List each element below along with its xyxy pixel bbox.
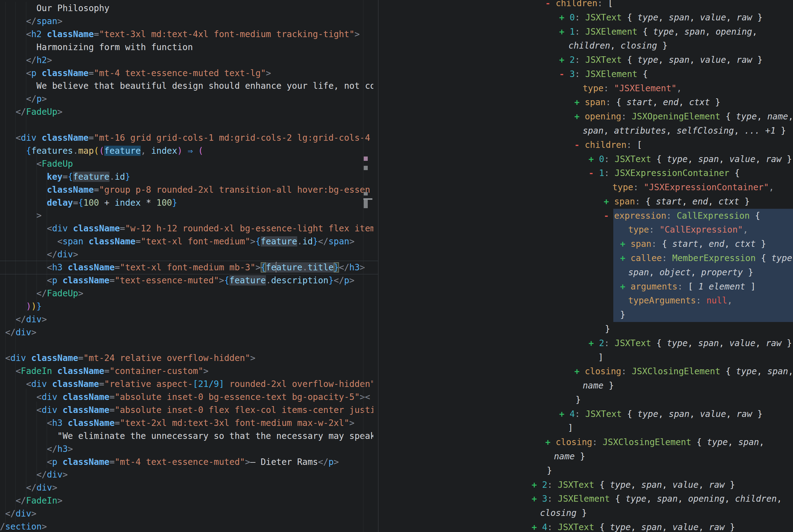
ast-node-line[interactable]: - expression: CallExpression {: [604, 209, 760, 223]
source-code-line[interactable]: <div className="absolute inset-0 bg-esse…: [0, 391, 373, 404]
source-code-line[interactable]: </p>: [0, 93, 373, 106]
source-code-line[interactable]: We believe that beautiful design should …: [0, 79, 373, 93]
source-code-line[interactable]: <p className="mt-4 text-essence-muted">—…: [0, 456, 373, 469]
expand-toggle-icon[interactable]: +: [559, 409, 570, 419]
collapse-toggle-icon[interactable]: -: [545, 0, 556, 8]
source-code-line[interactable]: </div>: [0, 326, 373, 339]
source-code-line[interactable]: </span>: [0, 15, 373, 28]
source-code-line[interactable]: </div>: [0, 481, 373, 494]
ast-node-line[interactable]: }: [620, 308, 625, 322]
ast-node-line[interactable]: + callee: MemberExpression { type,: [620, 251, 793, 265]
ast-node-line[interactable]: + span: { start, end, ctxt }: [574, 95, 720, 110]
source-code-line[interactable]: </FadeIn>: [0, 494, 373, 507]
ast-node-line[interactable]: span, object, property }: [628, 265, 753, 280]
ast-node-line[interactable]: + 2: JSXText { type, span, value, raw }: [559, 53, 763, 67]
ast-node-line[interactable]: + closing: JSXClosingElement { type, spa…: [574, 364, 793, 379]
source-code-line[interactable]: Harmonizing form with function: [0, 41, 373, 54]
ast-node-line[interactable]: + 2: JSXText { type, span, value, raw }: [588, 336, 792, 350]
expand-toggle-icon[interactable]: +: [620, 282, 631, 292]
source-code-line[interactable]: [0, 339, 373, 352]
collapse-toggle-icon[interactable]: -: [559, 69, 570, 79]
collapse-toggle-icon[interactable]: -: [604, 211, 614, 221]
ast-node-line[interactable]: children, closing }: [568, 39, 668, 53]
ast-node-line[interactable]: + 4: JSXText { type, span, value, raw }: [531, 520, 735, 532]
expand-toggle-icon[interactable]: +: [620, 253, 631, 263]
source-code-line[interactable]: <p className="mt-4 text-essence-muted te…: [0, 67, 373, 80]
source-code-line[interactable]: <h3 className="text-xl font-medium mb-3"…: [0, 261, 373, 274]
ast-tree-pane[interactable]: - children: [+ 0: JSXText { type, span, …: [379, 0, 793, 532]
expand-toggle-icon[interactable]: +: [588, 338, 599, 348]
source-code-line[interactable]: <div className="mt-16 grid grid-cols-1 m…: [0, 131, 373, 145]
ast-node-line[interactable]: span, attributes, selfClosing, ... +1 }: [583, 124, 786, 138]
source-code-line[interactable]: key={feature.id}: [0, 170, 373, 184]
ast-node-line[interactable]: name }: [554, 450, 585, 464]
source-code-line[interactable]: Our Philosophy: [0, 2, 373, 15]
ast-node-line[interactable]: + 0: JSXText { type, span, value, raw }: [559, 11, 763, 25]
source-code-line[interactable]: className="group p-8 rounded-2xl transit…: [0, 184, 373, 196]
source-code-line[interactable]: </section>: [0, 520, 373, 532]
source-code-line[interactable]: </FadeUp>: [0, 287, 373, 300]
ast-node-line[interactable]: }: [605, 322, 610, 336]
source-code-line[interactable]: "We eliminate the unnecessary so that th…: [0, 430, 373, 443]
source-code-line[interactable]: <h2 className="text-3xl md:text-4xl font…: [0, 28, 373, 41]
source-code-line[interactable]: <p className="text-essence-muted">{featu…: [0, 274, 373, 287]
collapse-toggle-icon[interactable]: -: [588, 168, 599, 178]
source-code-line[interactable]: <div className="relative aspect-[21/9] r…: [0, 378, 373, 391]
source-code-line[interactable]: >: [0, 209, 373, 222]
ast-node-line[interactable]: - 3: JSXElement {: [559, 67, 648, 81]
source-code-line[interactable]: <h3 className="text-2xl md:text-3xl font…: [0, 417, 373, 430]
ast-node-line[interactable]: }: [576, 393, 581, 407]
ast-node-line[interactable]: + 4: JSXText { type, span, value, raw }: [559, 407, 763, 421]
expand-toggle-icon[interactable]: +: [531, 480, 542, 490]
ast-node-line[interactable]: name }: [583, 379, 614, 393]
expand-toggle-icon[interactable]: +: [620, 239, 631, 249]
source-code-line[interactable]: </div>: [0, 468, 373, 481]
source-code-line[interactable]: <FadeIn className="container-custom">: [0, 365, 373, 378]
ast-node-line[interactable]: - children: [: [574, 138, 642, 152]
expand-toggle-icon[interactable]: +: [559, 12, 570, 23]
ast-node-line[interactable]: closing }: [540, 506, 587, 520]
ast-node-line[interactable]: ]: [598, 350, 603, 365]
ast-node-line[interactable]: + 2: JSXText { type, span, value, raw }: [531, 478, 735, 492]
ast-node-line[interactable]: - 1: JSXExpressionContainer {: [588, 166, 740, 180]
expand-toggle-icon[interactable]: +: [531, 494, 542, 504]
ast-node-line[interactable]: type: "JSXElement",: [583, 81, 682, 96]
expand-toggle-icon[interactable]: +: [559, 26, 570, 37]
ast-node-line[interactable]: + closing: JSXClosingElement { type, spa…: [545, 435, 764, 450]
expand-toggle-icon[interactable]: +: [545, 437, 556, 447]
ast-node-line[interactable]: + 0: JSXText { type, span, value, raw }: [588, 152, 792, 166]
source-code-line[interactable]: delay={100 + index * 100}: [0, 196, 373, 209]
source-code-line[interactable]: <div className="mt-24 relative overflow-…: [0, 352, 373, 365]
source-code-line[interactable]: </div>: [0, 248, 373, 261]
ast-node-line[interactable]: + opening: JSXOpeningElement { type, nam…: [574, 110, 793, 124]
source-code-line[interactable]: </div>: [0, 313, 373, 326]
expand-toggle-icon[interactable]: +: [559, 55, 570, 65]
ast-node-line[interactable]: + span: { start, end, ctxt }: [620, 237, 766, 251]
source-code-line[interactable]: </FadeUp>: [0, 106, 373, 118]
ast-node-line[interactable]: }: [547, 464, 552, 478]
source-code-line[interactable]: </h3>: [0, 443, 373, 456]
source-code-line[interactable]: </div>: [0, 507, 373, 520]
source-code-line[interactable]: [0, 118, 373, 131]
expand-toggle-icon[interactable]: +: [574, 97, 585, 107]
expand-toggle-icon[interactable]: +: [588, 154, 599, 164]
ast-node-line[interactable]: type: "CallExpression",: [628, 223, 748, 237]
collapse-toggle-icon[interactable]: -: [574, 140, 585, 150]
expand-toggle-icon[interactable]: +: [604, 196, 614, 207]
ast-node-line[interactable]: + span: { start, end, ctxt }: [604, 194, 750, 209]
source-editor-viewport[interactable]: Our Philosophy </span> <h2 className="te…: [0, 0, 373, 532]
ast-node-line[interactable]: - children: [: [545, 0, 613, 11]
source-code-line[interactable]: <div className="absolute inset-0 flex fl…: [0, 404, 373, 417]
ast-node-line[interactable]: + arguments: [ 1 element ]: [620, 280, 756, 294]
ast-node-line[interactable]: ]: [568, 421, 573, 435]
source-code-line[interactable]: <span className="text-xl font-medium">{f…: [0, 235, 373, 248]
source-editor-pane[interactable]: Our Philosophy </span> <h2 className="te…: [0, 0, 378, 532]
source-code-line[interactable]: <div className="w-12 h-12 rounded-xl bg-…: [0, 222, 373, 235]
source-code-line[interactable]: </h2>: [0, 54, 373, 67]
source-code-line[interactable]: {features.map((feature, index) ⇒ (: [0, 145, 373, 157]
ast-node-line[interactable]: type: "JSXExpressionContainer",: [612, 180, 774, 194]
ast-node-line[interactable]: + 1: JSXElement { type, span, opening,: [559, 25, 757, 39]
source-code-line[interactable]: <FadeUp: [0, 157, 373, 170]
expand-toggle-icon[interactable]: +: [574, 111, 585, 121]
expand-toggle-icon[interactable]: +: [574, 366, 585, 376]
